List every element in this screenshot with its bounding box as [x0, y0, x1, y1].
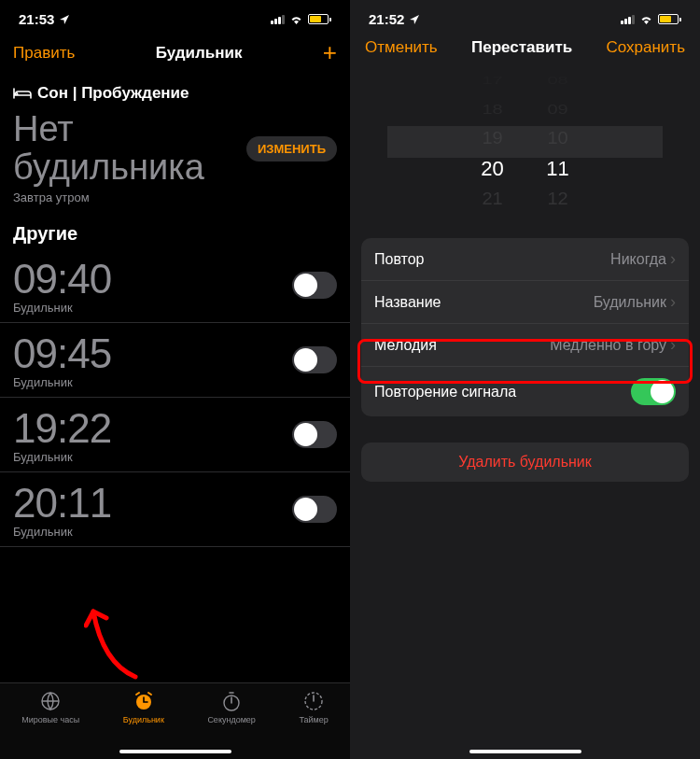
others-section-label: Другие [0, 218, 350, 248]
alarm-time: 20:11 [13, 480, 111, 527]
alarm-row[interactable]: 09:45 Будильник [0, 323, 350, 398]
chevron-right-icon: › [670, 335, 676, 355]
tab-label: Мировые часы [21, 715, 79, 724]
nav-bar: Отменить Переставить Сохранить [350, 35, 700, 66]
wifi-icon [639, 14, 653, 24]
name-row[interactable]: Название Будильник› [361, 281, 689, 324]
picker-hour-selected: 20 [479, 157, 507, 181]
alarm-toggle[interactable] [292, 496, 337, 523]
arrow-annotation-icon [84, 597, 149, 682]
name-value: Будильник [594, 294, 666, 311]
chevron-right-icon: › [670, 249, 676, 269]
tab-alarm[interactable]: Будильник [123, 689, 164, 759]
save-button[interactable]: Сохранить [607, 38, 685, 57]
location-icon [59, 14, 70, 25]
tab-world-clock[interactable]: Мировые часы [21, 689, 79, 759]
alarm-label: Будильник [13, 375, 111, 389]
page-title: Будильник [156, 44, 243, 63]
location-icon [409, 14, 420, 25]
home-indicator[interactable] [469, 750, 581, 753]
snooze-row: Повторение сигнала [361, 367, 689, 416]
alarm-label: Будильник [13, 525, 111, 539]
snooze-label: Повторение сигнала [374, 384, 516, 401]
repeat-label: Повтор [374, 251, 425, 268]
alarm-row[interactable]: 20:11 Будильник [0, 472, 350, 547]
alarm-toggle[interactable] [292, 421, 337, 448]
status-bar: 21:53 [0, 0, 350, 35]
alarm-icon [133, 690, 155, 712]
picker-minute-selected: 11 [544, 157, 572, 181]
tab-label: Секундомер [207, 715, 255, 724]
alarm-time: 09:45 [13, 330, 111, 377]
name-label: Название [374, 294, 441, 311]
battery-icon [658, 14, 681, 24]
wifi-icon [289, 14, 303, 24]
signal-icon [271, 15, 285, 24]
repeat-row[interactable]: Повтор Никогда› [361, 238, 689, 281]
no-alarm-row: Нет будильника ИЗМЕНИТЬ [0, 106, 350, 187]
snooze-toggle[interactable] [631, 378, 676, 405]
alarm-label: Будильник [13, 301, 111, 315]
status-time: 21:53 [19, 11, 54, 27]
alarm-time: 09:40 [13, 256, 111, 302]
add-alarm-button[interactable]: + [323, 38, 337, 67]
tab-label: Будильник [123, 715, 164, 724]
bed-icon [13, 87, 32, 100]
time-picker[interactable]: 1708 1809 1910 2011 2112 2213 2314 [387, 66, 663, 216]
status-time: 21:52 [369, 11, 404, 27]
alarm-row[interactable]: 09:40 Будильник [0, 248, 350, 323]
alarm-toggle[interactable] [292, 346, 337, 373]
sleep-section-header: Сон | Пробуждение [0, 77, 350, 106]
alarm-list-screen: 21:53 Править Будильник + Сон | Пробужде… [0, 0, 350, 759]
delete-group: Удалить будильник [361, 443, 689, 482]
nav-bar: Править Будильник + [0, 35, 350, 77]
signal-icon [621, 15, 635, 24]
cancel-button[interactable]: Отменить [365, 38, 438, 57]
tab-timer[interactable]: Таймер [299, 689, 328, 759]
tab-label: Таймер [299, 715, 328, 724]
status-bar: 21:52 [350, 0, 700, 35]
sound-value: Медленно в гору [550, 337, 666, 354]
sleep-header-label: Сон | Пробуждение [37, 84, 189, 103]
no-alarm-text: Нет будильника [13, 110, 246, 187]
alarm-time: 19:22 [13, 405, 111, 452]
change-button[interactable]: ИЗМЕНИТЬ [246, 136, 337, 162]
sound-row[interactable]: Мелодия Медленно в гору› [361, 324, 689, 367]
repeat-value: Никогда [610, 251, 666, 268]
timer-icon [302, 690, 325, 712]
sound-label: Мелодия [374, 337, 437, 354]
alarm-toggle[interactable] [292, 272, 337, 299]
page-title: Переставить [471, 38, 572, 57]
chevron-right-icon: › [670, 292, 676, 312]
alarm-edit-screen: 21:52 Отменить Переставить Сохранить 170… [350, 0, 700, 759]
stopwatch-icon [220, 690, 243, 712]
home-indicator[interactable] [119, 750, 231, 753]
delete-alarm-button[interactable]: Удалить будильник [361, 443, 689, 482]
tab-bar: Мировые часы Будильник Секундомер Таймер [0, 682, 350, 759]
alarm-label: Будильник [13, 450, 111, 464]
alarm-settings-group: Повтор Никогда› Название Будильник› Мело… [361, 238, 689, 416]
alarm-row[interactable]: 19:22 Будильник [0, 398, 350, 472]
tab-stopwatch[interactable]: Секундомер [207, 689, 255, 759]
tomorrow-label: Завтра утром [0, 187, 350, 218]
globe-icon [39, 690, 62, 712]
battery-icon [308, 14, 331, 24]
edit-button[interactable]: Править [13, 44, 75, 63]
